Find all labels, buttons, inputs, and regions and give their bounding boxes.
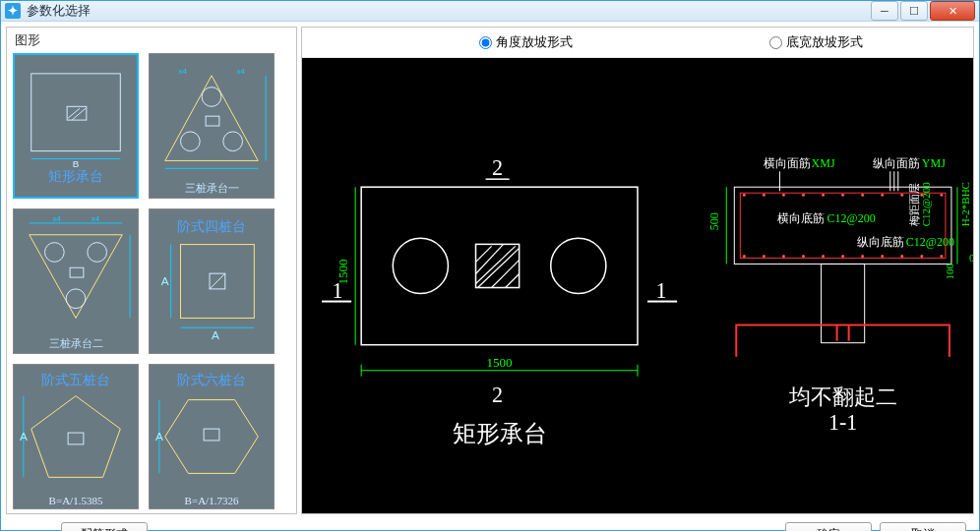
- ok-button[interactable]: 确定: [785, 522, 872, 531]
- thumbnail-step-5[interactable]: 阶式五桩台 A B=A/1.5385: [13, 364, 139, 509]
- svg-text:纵向底筋: 纵向底筋: [857, 235, 904, 249]
- svg-text:A: A: [212, 328, 219, 342]
- svg-text:C12@200: C12@200: [920, 182, 932, 227]
- svg-point-92: [900, 255, 903, 258]
- svg-line-56: [506, 273, 520, 287]
- thumbnail-formula: B=A/1.7326: [150, 495, 274, 506]
- svg-point-87: [802, 255, 805, 258]
- svg-point-89: [841, 255, 844, 258]
- rebar-form-button[interactable]: 配筋形式: [61, 522, 148, 531]
- svg-point-49: [551, 238, 606, 293]
- svg-point-86: [782, 255, 785, 258]
- titlebar[interactable]: ✦ 参数化选择 ─ ☐ ✕: [1, 1, 979, 22]
- svg-rect-47: [361, 187, 638, 344]
- gallery-label: 图形: [13, 31, 294, 53]
- thumb-title: 阶式四桩台: [177, 219, 246, 234]
- svg-point-91: [881, 255, 884, 258]
- radio-angle-label: 角度放坡形式: [496, 33, 573, 51]
- svg-text:A: A: [155, 430, 163, 443]
- thumbnail-step-6[interactable]: 阶式六桩台 A B=A/1.7326: [149, 364, 275, 509]
- window-controls: ─ ☐ ✕: [871, 1, 975, 21]
- svg-point-76: [802, 194, 805, 197]
- app-icon: ✦: [5, 3, 21, 19]
- svg-point-77: [822, 194, 825, 197]
- svg-point-78: [841, 194, 844, 197]
- close-button[interactable]: ✕: [930, 1, 975, 21]
- svg-text:500: 500: [707, 212, 721, 230]
- svg-text:1500: 1500: [487, 355, 514, 370]
- thumbnail-step-4[interactable]: 阶式四桩台 A A: [149, 208, 275, 354]
- svg-text:x4: x4: [92, 214, 100, 223]
- svg-text:1500: 1500: [336, 259, 350, 285]
- svg-text:1-1: 1-1: [828, 410, 857, 435]
- radio-angle-slope[interactable]: 角度放坡形式: [479, 33, 573, 51]
- svg-text:阶式六桩台: 阶式六桩台: [177, 373, 246, 387]
- window-title: 参数化选择: [27, 2, 871, 20]
- slope-mode-row: 角度放坡形式 底宽放坡形式: [302, 28, 973, 58]
- thumbnail-caption: 矩形承台: [14, 168, 138, 186]
- maximize-button[interactable]: ☐: [900, 1, 928, 21]
- svg-text:均不翻起二: 均不翻起二: [788, 384, 897, 409]
- svg-point-88: [822, 255, 825, 258]
- svg-point-94: [940, 255, 943, 258]
- svg-point-90: [861, 255, 864, 258]
- svg-rect-95: [822, 264, 865, 342]
- svg-text:2: 2: [492, 155, 503, 180]
- preview-panel: 角度放坡形式 底宽放坡形式: [301, 27, 974, 514]
- shape-gallery-panel: 图形 B: [6, 27, 297, 514]
- svg-rect-17: [14, 209, 138, 353]
- svg-text:x4: x4: [237, 67, 246, 76]
- thumbnail-tri-cap-1[interactable]: x4 x4 三桩承台一: [149, 53, 275, 199]
- svg-text:YMJ: YMJ: [922, 156, 946, 170]
- thumbnail-caption: 三桩承台二: [14, 336, 138, 351]
- svg-text:100: 100: [944, 263, 955, 279]
- svg-text:1: 1: [656, 278, 667, 303]
- thumbnail-formula: B=A/1.5385: [14, 495, 138, 506]
- app-window: ✦ 参数化选择 ─ ☐ ✕ 图形: [0, 0, 980, 531]
- svg-text:梅距面层: 梅距面层: [908, 183, 920, 227]
- svg-text:横向底筋: 横向底筋: [777, 211, 825, 225]
- cad-viewport[interactable]: 2 2 1 1 1500: [302, 58, 973, 513]
- radio-width-slope[interactable]: 底宽放坡形式: [769, 33, 863, 51]
- svg-point-84: [743, 255, 746, 258]
- radio-width-label: 底宽放坡形式: [786, 33, 863, 51]
- svg-text:纵向面筋: 纵向面筋: [873, 156, 920, 170]
- svg-text:阶式五桩台: 阶式五桩台: [41, 373, 110, 387]
- svg-text:XMJ: XMJ: [812, 156, 835, 170]
- svg-text:x4: x4: [179, 67, 188, 76]
- thumbnail-caption: 三桩承台一: [150, 181, 274, 196]
- svg-point-75: [782, 194, 785, 197]
- svg-text:0: 0: [969, 252, 973, 264]
- cad-drawing: 2 2 1 1 1500: [302, 58, 973, 513]
- svg-text:2: 2: [492, 383, 503, 407]
- svg-point-93: [920, 255, 923, 258]
- svg-text:A: A: [20, 430, 28, 443]
- svg-point-79: [861, 194, 864, 197]
- svg-point-73: [743, 194, 746, 197]
- client-area: 图形 B: [1, 22, 979, 531]
- thumbnail-scroll[interactable]: B 矩形承台: [13, 53, 294, 509]
- thumbnail-tri-cap-2[interactable]: x4 x4 三桩承台二: [13, 208, 139, 354]
- thumbnail-grid: B 矩形承台: [13, 53, 292, 509]
- svg-text:C12@200: C12@200: [906, 235, 954, 249]
- svg-text:横向面筋: 横向面筋: [764, 156, 811, 170]
- svg-point-81: [900, 194, 903, 197]
- svg-text:x4: x4: [52, 214, 61, 223]
- cancel-button[interactable]: 取消: [880, 522, 966, 531]
- svg-text:矩形承台: 矩形承台: [453, 421, 547, 446]
- svg-point-85: [763, 255, 766, 258]
- minimize-button[interactable]: ─: [871, 1, 898, 21]
- bottom-button-bar: 配筋形式 确定 取消: [6, 518, 974, 531]
- svg-text:A: A: [161, 274, 169, 288]
- radio-angle-input[interactable]: [479, 36, 492, 49]
- svg-point-48: [393, 238, 448, 293]
- svg-point-74: [763, 194, 766, 197]
- svg-point-83: [940, 194, 943, 197]
- svg-text:C12@200: C12@200: [827, 211, 876, 225]
- radio-width-input[interactable]: [769, 36, 782, 49]
- svg-point-80: [881, 194, 884, 197]
- thumbnail-rect-cap[interactable]: B 矩形承台: [13, 53, 139, 199]
- svg-text:H-2*BHC: H-2*BHC: [959, 182, 971, 226]
